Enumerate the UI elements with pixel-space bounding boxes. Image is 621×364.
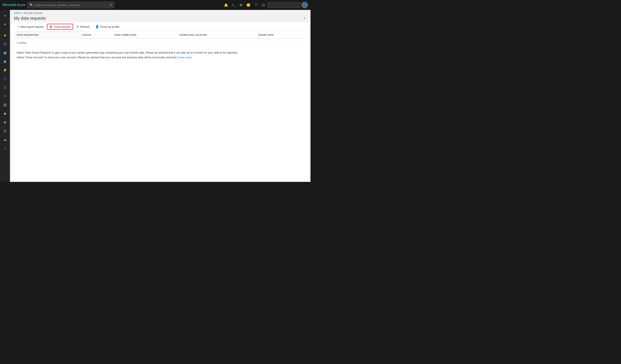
avatar[interactable]: 👤 xyxy=(301,2,308,8)
settings-icon[interactable]: ⚙ xyxy=(238,2,244,8)
cloud-shell-icon[interactable]: >_ xyxy=(230,2,237,8)
col-download-location: DOWNLOAD LOCATION xyxy=(178,32,257,38)
breadcrumb-separator: > xyxy=(21,12,23,15)
col-expiry-date: EXPIRY DATE xyxy=(257,32,306,38)
sidebar-item-shield[interactable]: ⬧ xyxy=(1,144,9,152)
topbar: Microsoft Azure 🔍 ✕ 🔔 >_ ⚙ 🙂 ? ⊡ 👤 xyxy=(0,0,310,10)
col-status: STATUS xyxy=(80,32,113,38)
sidebar-item-functions[interactable]: ⚡ xyxy=(1,66,9,74)
table-body: Loading... xyxy=(15,38,306,47)
page-title: My data requests xyxy=(14,16,46,21)
show-profile-button[interactable]: 👤 Show my profile xyxy=(93,24,122,30)
sidebar-item-favorites[interactable]: ★ xyxy=(1,31,9,39)
loading-cell: Loading... xyxy=(15,38,306,47)
info-line-1: Select "New Export Request" to get a cop… xyxy=(17,50,304,55)
portal-menu-icon[interactable]: ⊡ xyxy=(260,2,267,8)
help-icon[interactable]: ? xyxy=(253,2,259,8)
sidebar-item-code[interactable]: ◈ xyxy=(1,109,9,118)
directory-input[interactable] xyxy=(267,2,301,8)
sidebar-item-globe[interactable]: ◉ xyxy=(1,57,9,65)
profile-icon: 👤 xyxy=(95,25,99,28)
table-header: DATE REQUESTED STATUS DATE COMPLETED DOW… xyxy=(15,32,306,38)
table-row-loading: Loading... xyxy=(15,38,306,47)
sidebar-item-all-resources[interactable]: ▣ xyxy=(1,48,9,57)
info-section: Select "New Export Request" to get a cop… xyxy=(12,47,309,63)
search-clear-icon[interactable]: ✕ xyxy=(110,3,112,6)
page-header: Home > My data requests My data requests… xyxy=(10,10,310,22)
sidebar: ≫ + ★ ⊞ ▣ ◉ ⚡ ⬡ ⊙ ✦ ▤ ◈ ◆ ◎ ☁ ⬧ xyxy=(0,10,10,182)
sidebar-item-cloud[interactable]: ☁ xyxy=(1,135,9,144)
main-layout: ≫ + ★ ⊞ ▣ ◉ ⚡ ⬡ ⊙ ✦ ▤ ◈ ◆ ◎ ☁ ⬧ Home > M… xyxy=(0,10,310,182)
close-account-button[interactable]: 🗑 Close account xyxy=(47,24,73,30)
sidebar-item-kubernetes[interactable]: ⬡ xyxy=(1,75,9,83)
search-input[interactable] xyxy=(35,3,108,7)
breadcrumb: Home > My data requests xyxy=(14,12,306,15)
sidebar-chevron[interactable]: ≫ xyxy=(1,12,9,20)
search-icon: 🔍 xyxy=(30,3,33,7)
sidebar-item-storage[interactable]: ▤ xyxy=(1,101,9,109)
col-date-requested: DATE REQUESTED xyxy=(15,32,81,38)
sidebar-item-sql[interactable]: ⊙ xyxy=(1,83,9,92)
refresh-button[interactable]: ↻ Refresh xyxy=(74,24,92,30)
page-title-row: My data requests × xyxy=(14,15,306,21)
search-box: 🔍 ✕ xyxy=(27,2,114,8)
sidebar-item-circle[interactable]: ◎ xyxy=(1,127,9,135)
info-line-2: Select "Close Account" to close your use… xyxy=(17,55,304,60)
col-date-completed: DATE COMPLETED xyxy=(113,32,178,38)
page-close-button[interactable]: × xyxy=(302,15,306,21)
table-header-row: DATE REQUESTED STATUS DATE COMPLETED DOW… xyxy=(15,32,306,38)
new-export-button[interactable]: + New export request xyxy=(15,24,46,30)
info-line-2-text: Select "Close Account" to close your use… xyxy=(17,56,177,59)
table-container: DATE REQUESTED STATUS DATE COMPLETED DOW… xyxy=(12,32,309,47)
sidebar-item-dashboard[interactable]: ⊞ xyxy=(1,40,9,48)
sidebar-item-diamond[interactable]: ◆ xyxy=(1,118,9,126)
learn-more-link[interactable]: Learn more. xyxy=(178,56,192,59)
feedback-icon[interactable]: 🙂 xyxy=(245,2,252,8)
new-export-icon: + xyxy=(17,25,19,28)
close-account-icon: 🗑 xyxy=(50,25,52,28)
sidebar-separator-1 xyxy=(2,30,8,30)
breadcrumb-current: My data requests xyxy=(24,12,43,15)
sidebar-add-button[interactable]: + xyxy=(1,20,9,29)
brand-logo[interactable]: Microsoft Azure xyxy=(2,3,25,7)
content-area: Home > My data requests My data requests… xyxy=(10,10,310,182)
main-panel: + New export request 🗑 Close account ↻ R… xyxy=(12,22,309,180)
sidebar-item-devops[interactable]: ✦ xyxy=(1,92,9,100)
notifications-icon[interactable]: 🔔 xyxy=(223,2,229,8)
toolbar: + New export request 🗑 Close account ↻ R… xyxy=(12,22,309,32)
topbar-icons: 🔔 >_ ⚙ 🙂 ? ⊡ 👤 xyxy=(223,2,308,8)
data-table: DATE REQUESTED STATUS DATE COMPLETED DOW… xyxy=(15,32,306,47)
refresh-icon: ↻ xyxy=(76,25,79,28)
breadcrumb-home[interactable]: Home xyxy=(14,12,21,15)
